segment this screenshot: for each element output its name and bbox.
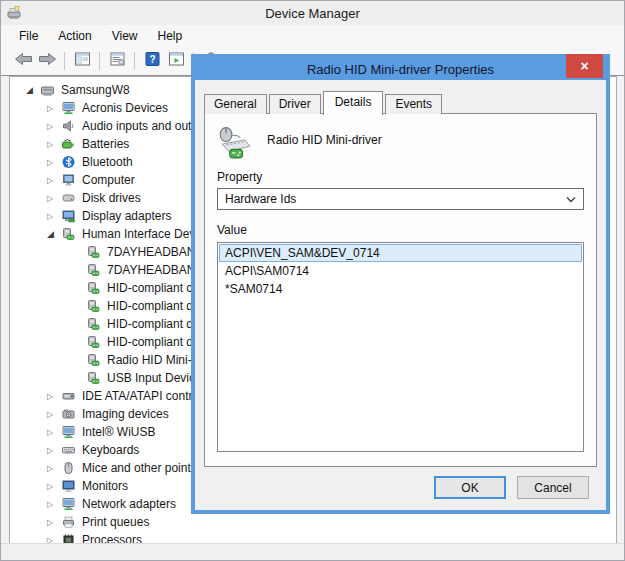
collapse-icon[interactable]: ◢ xyxy=(26,85,40,95)
tab-driver[interactable]: Driver xyxy=(269,94,321,114)
device-name: Radio HID Mini-driver xyxy=(267,126,382,162)
hid-icon xyxy=(86,353,102,367)
expand-icon[interactable]: ▷ xyxy=(47,500,61,509)
tree-item-label: Human Interface Devic xyxy=(82,227,204,241)
properties-button[interactable] xyxy=(105,50,129,72)
keyboard-icon xyxy=(61,443,77,457)
expand-icon[interactable]: ▷ xyxy=(47,158,61,167)
hid-icon xyxy=(86,371,102,385)
value-list-item[interactable]: ACPI\VEN_SAM&DEV_0714 xyxy=(219,244,582,262)
help-button[interactable]: ? xyxy=(140,50,164,72)
tree-item-label: Computer xyxy=(82,173,135,187)
bluetooth-icon xyxy=(61,155,77,169)
tree-item-label: Batteries xyxy=(82,137,129,151)
tree-item-label: Intel® WiUSB xyxy=(82,425,156,439)
tree-item-label: USB Input Device xyxy=(107,371,202,385)
back-icon xyxy=(13,51,34,71)
forward-button[interactable] xyxy=(35,50,59,72)
toolbar-separator xyxy=(64,52,65,70)
computer-icon xyxy=(40,83,56,97)
value-list-item[interactable]: ACPI\SAM0714 xyxy=(219,262,582,280)
tree-item-label: Mice and other pointin xyxy=(82,461,200,475)
device-manager-window: Device Manager FileActionViewHelp ? ◢Sam… xyxy=(0,0,625,561)
expand-icon[interactable]: ▷ xyxy=(47,464,61,473)
monitor-icon xyxy=(61,479,77,493)
tree-item-label: Bluetooth xyxy=(82,155,133,169)
expand-icon[interactable]: ▷ xyxy=(47,176,61,185)
property-dropdown-value: Hardware Ids xyxy=(225,192,296,206)
window-title: Device Manager xyxy=(1,6,624,21)
expand-icon[interactable]: ▷ xyxy=(47,392,61,401)
menu-action[interactable]: Action xyxy=(48,26,101,46)
cancel-button[interactable]: Cancel xyxy=(517,476,589,499)
expand-icon[interactable]: ▷ xyxy=(47,194,61,203)
back-button[interactable] xyxy=(11,50,35,72)
display-icon xyxy=(61,209,77,223)
close-icon: × xyxy=(580,58,588,74)
forward-icon xyxy=(37,51,58,71)
tab-strip: GeneralDriverDetailsEvents xyxy=(204,90,597,114)
expand-icon[interactable]: ▷ xyxy=(47,212,61,221)
dialog-footer: OK Cancel xyxy=(195,467,606,499)
tab-events[interactable]: Events xyxy=(385,94,442,114)
tree-item-label: SamsungW8 xyxy=(61,83,130,97)
expand-icon[interactable]: ▷ xyxy=(47,518,61,527)
menu-file[interactable]: File xyxy=(9,26,48,46)
value-list[interactable]: ACPI\VEN_SAM&DEV_0714ACPI\SAM0714*SAM071… xyxy=(217,242,584,452)
computer-blue-icon xyxy=(61,173,77,187)
value-label: Value xyxy=(217,223,584,237)
hid-icon xyxy=(86,263,102,277)
tree-item[interactable]: ▷Print queues xyxy=(10,513,616,531)
expand-icon[interactable]: ▷ xyxy=(47,446,61,455)
expand-icon[interactable]: ▷ xyxy=(47,122,61,131)
help-icon: ? xyxy=(144,51,161,71)
action-pane-button[interactable] xyxy=(164,50,188,72)
expand-icon[interactable]: ▷ xyxy=(47,428,61,437)
tree-item-label: Acronis Devices xyxy=(82,101,168,115)
dialog-title: Radio HID Mini-driver Properties xyxy=(307,62,494,77)
properties-dialog: Radio HID Mini-driver Properties × Gener… xyxy=(191,54,610,514)
battery-icon xyxy=(61,137,77,151)
speaker-icon xyxy=(61,119,77,133)
console-tree-icon xyxy=(74,51,91,71)
action-pane-icon xyxy=(168,51,185,71)
svg-text:?: ? xyxy=(149,54,155,65)
hid-device-icon xyxy=(217,126,251,160)
hid-icon xyxy=(86,317,102,331)
device-header: Radio HID Mini-driver xyxy=(217,126,584,162)
collapse-icon[interactable]: ◢ xyxy=(47,229,61,239)
hid-icon xyxy=(86,299,102,313)
property-dropdown[interactable]: Hardware Ids xyxy=(217,188,584,210)
tree-item-label: Display adapters xyxy=(82,209,171,223)
tree-item-label: Imaging devices xyxy=(82,407,169,421)
monitor-net-icon xyxy=(61,425,77,439)
printer-icon xyxy=(61,515,77,529)
tree-item-label: Monitors xyxy=(82,479,128,493)
tree-item-label: Audio inputs and outp xyxy=(82,119,198,133)
console-tree-button[interactable] xyxy=(70,50,94,72)
tree-item-label: Network adapters xyxy=(82,497,176,511)
mouse-icon xyxy=(61,461,77,475)
tree-item-label: Print queues xyxy=(82,515,149,529)
menu-view[interactable]: View xyxy=(102,26,148,46)
menu-help[interactable]: Help xyxy=(148,26,193,46)
title-bar: Device Manager xyxy=(1,1,624,25)
expand-icon[interactable]: ▷ xyxy=(47,104,61,113)
expand-icon[interactable]: ▷ xyxy=(47,410,61,419)
monitor-net-icon xyxy=(61,101,77,115)
tab-details[interactable]: Details xyxy=(323,91,384,115)
properties-icon xyxy=(109,51,126,71)
expand-icon[interactable]: ▷ xyxy=(47,482,61,491)
hid-icon xyxy=(86,335,102,349)
dialog-title-bar: Radio HID Mini-driver Properties × xyxy=(195,58,606,80)
value-list-item[interactable]: *SAM0714 xyxy=(219,280,582,298)
ok-button[interactable]: OK xyxy=(434,476,506,499)
toolbar-separator xyxy=(99,52,100,70)
expand-icon[interactable]: ▷ xyxy=(47,140,61,149)
hid-icon xyxy=(86,245,102,259)
chevron-down-icon xyxy=(566,192,576,206)
ide-icon xyxy=(61,389,77,403)
tree-item-label: Keyboards xyxy=(82,443,139,457)
close-button[interactable]: × xyxy=(566,54,603,78)
tab-general[interactable]: General xyxy=(204,94,267,114)
